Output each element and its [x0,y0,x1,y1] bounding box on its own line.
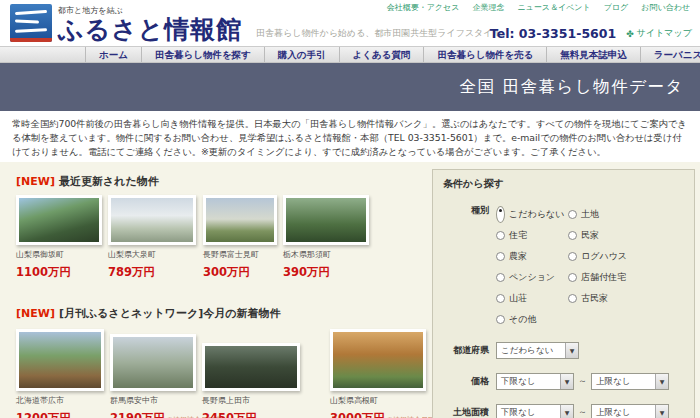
main-content: [NEW]最近更新された物件 山梨県御坂町 1100万円 山梨県大泉町 789万… [0,162,700,418]
property-card: 栃木県那須町 390万円 [283,195,369,280]
dropdown-arrow-icon: ▼ [565,343,578,358]
header: 会社概要・アクセス 企業理念 ニュース＆イベント ブログ お問い合わせ 都市と地… [0,0,700,46]
link-news[interactable]: ニュース＆イベント [517,2,590,13]
type-option-shop-house[interactable]: 店舗付住宅 [568,267,627,288]
site-subtitle: 田舎暮らし物件から始める、都市田園共生型ライフスタイル [256,27,502,40]
nav-faq[interactable]: よくある質問 [340,47,425,62]
type-option-kominka[interactable]: 古民家 [568,288,627,309]
range-separator: ～ [578,375,587,388]
property-card: 長野県上田市 2450万円 [202,327,300,418]
sitemap-label: サイトマップ [637,27,692,40]
radio-icon [496,231,505,240]
page: 会社概要・アクセス 企業理念 ニュース＆イベント ブログ お問い合わせ 都市と地… [0,0,700,418]
type-option-pension[interactable]: ペンション [496,267,568,288]
property-photo[interactable] [203,195,277,245]
property-photo[interactable] [330,329,426,391]
property-location: 山梨県大泉町 [108,249,196,260]
page-banner: 全国 田舎暮らし物件データ [0,63,700,111]
property-price: 2450万円 [202,411,257,418]
type-option-minka[interactable]: 民家 [568,225,627,246]
recent-properties-row: 山梨県御坂町 1100万円 山梨県大泉町 789万円 長野県富士見町 300万円… [16,195,430,280]
logo[interactable]: 都市と地方を結ぶ ふるさと情報館 [10,4,242,42]
radio-icon [568,252,577,261]
radio-icon [496,252,505,261]
nav-sell-property[interactable]: 田舎暮らし物件を売る [424,47,547,62]
radio-icon [496,273,505,282]
property-price: 789万円 [108,265,155,279]
property-card: 山梨県御坂町 1100万円 [16,195,102,280]
land-min-select[interactable]: 下限なし ▼ [496,404,574,418]
nav-rurbanist[interactable]: ラーバニスト宣言 [641,47,700,62]
nav-buying-guide[interactable]: 購入の手引 [265,47,340,62]
nav-free-sample[interactable]: 無料見本誌申込 [547,47,641,62]
intro-text: 常時全国約700件前後の田舎暮らし向き物件情報を提供。日本最大の「田舎暮らし物件… [12,117,688,159]
property-photo[interactable] [283,195,369,245]
property-price: 3000万円 [330,411,385,418]
dropdown-arrow-icon: ▼ [560,405,573,418]
type-option-any[interactable]: こだわらない [496,204,568,225]
nav-home[interactable]: ホーム [85,47,142,62]
property-card: 山梨県高根町 3000万円※情報誌会員限定 [330,327,426,418]
site-title: ふるさと情報館 [58,17,242,42]
radio-icon [568,273,577,282]
property-location: 長野県富士見町 [203,249,277,260]
nav-search-properties[interactable]: 田舎暮らし物件を探す [142,47,265,62]
prefecture-select[interactable]: こだわらない ▼ [496,342,579,359]
dropdown-arrow-icon: ▼ [560,374,573,389]
link-contact[interactable]: お問い合わせ [641,2,690,13]
radio-icon [568,231,577,240]
property-photo[interactable] [202,343,300,391]
radio-icon [568,210,577,219]
new-badge: [NEW] [16,307,55,320]
property-photo[interactable] [110,334,196,391]
radio-icon [568,294,577,303]
property-location: 北海道帯広市 [16,395,104,406]
property-price: 2190万円 [110,411,165,418]
property-price: 1200万円 [16,411,71,418]
new-badge: [NEW] [16,175,55,188]
land-area-label: 土地面積 [443,406,489,418]
type-option-farmhouse[interactable]: 農家 [496,246,568,267]
dropdown-arrow-icon: ▼ [655,405,668,418]
price-label: 価格 [443,375,489,388]
type-option-lodge[interactable]: 山荘 [496,288,568,309]
property-price: 390万円 [283,265,330,279]
property-photo[interactable] [16,195,102,245]
type-option-loghouse[interactable]: ログハウス [568,246,627,267]
page-title: 全国 田舎暮らし物件データ [460,76,684,98]
dropdown-arrow-icon: ▼ [655,374,668,389]
logo-icon [10,4,52,42]
property-price: 1100万円 [16,265,71,279]
search-filter-panel: 条件から探す 種別 こだわらない 住宅 農家 ペンション 山荘 その他 土地 民… [432,169,695,418]
filter-title: 条件から探す [443,177,684,191]
type-option-other[interactable]: その他 [496,309,568,330]
price-min-select[interactable]: 下限なし ▼ [496,373,574,390]
section-heading-monthly: [NEW][月刊ふるさとネットワーク]今月の新着物件 [16,306,430,321]
property-photo[interactable] [16,329,104,391]
property-listings: [NEW]最近更新された物件 山梨県御坂町 1100万円 山梨県大泉町 789万… [16,174,430,418]
monthly-properties-row: 北海道帯広市 1200万円 群馬県安中市 2190万円※情報誌会員限定 長野県上… [16,327,430,418]
type-label: 種別 [443,204,489,330]
property-card: 群馬県安中市 2190万円※情報誌会員限定 [110,327,196,418]
intro-section: 常時全国約700件前後の田舎暮らし向き物件情報を提供。日本最大の「田舎暮らし物件… [0,111,700,162]
link-blog[interactable]: ブログ [604,2,629,13]
property-card: 山梨県大泉町 789万円 [108,195,196,280]
type-option-house[interactable]: 住宅 [496,225,568,246]
section-heading-recent: [NEW]最近更新された物件 [16,174,430,189]
radio-icon [496,315,505,324]
link-company[interactable]: 会社概要・アクセス [387,2,460,13]
sitemap-icon: ✤ [626,29,634,39]
sitemap-link[interactable]: ✤ サイトマップ [626,27,692,40]
property-location: 長野県上田市 [202,395,300,406]
link-philosophy[interactable]: 企業理念 [472,2,504,13]
price-max-select[interactable]: 上限なし ▼ [591,373,669,390]
prefecture-label: 都道府県 [443,344,489,357]
property-location: 山梨県御坂町 [16,249,102,260]
type-option-land[interactable]: 土地 [568,204,627,225]
property-location: 山梨県高根町 [330,395,426,406]
property-price: 300万円 [203,265,250,279]
range-separator: ～ [578,406,587,418]
property-photo[interactable] [108,195,196,245]
property-card: 北海道帯広市 1200万円 [16,327,104,418]
land-max-select[interactable]: 上限なし ▼ [591,404,669,418]
